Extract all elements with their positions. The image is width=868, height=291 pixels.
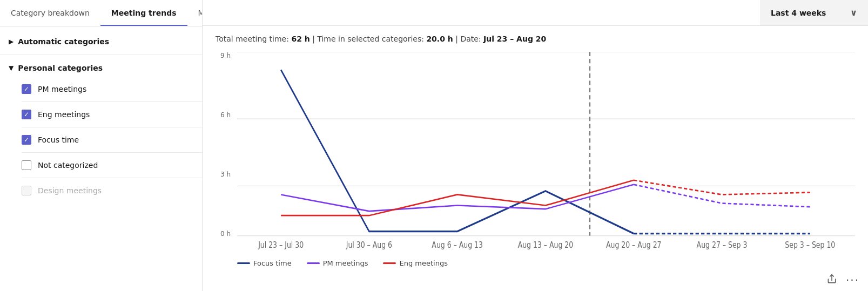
pm-meetings-label: PM meetings [38,85,86,93]
list-item[interactable]: Eng meetings [0,104,202,125]
top-bar: Last 4 weeks ∨ [203,0,868,26]
design-meetings-checkbox [22,186,31,195]
more-options-icon[interactable]: ··· [846,274,859,287]
legend-pm-meetings: PM meetings [307,259,368,267]
pm-meetings-checkbox[interactable] [22,84,31,94]
chart-summary: Total meeting time: 62 h | Time in selec… [216,35,855,43]
period-label: Last 4 weeks [771,9,826,17]
tab-category-breakdown[interactable]: Category breakdown [0,0,100,26]
personal-categories-header[interactable]: ▼ Personal categories [0,57,202,79]
chart-area: Total meeting time: 62 h | Time in selec… [203,26,868,272]
list-item[interactable]: Not categorized [0,155,202,175]
svg-text:Jul 23 – Jul 30: Jul 23 – Jul 30 [258,240,304,250]
chart-legend: Focus time PM meetings Eng meetings [216,254,855,272]
automatic-categories-header[interactable]: ▶ Automatic categories [0,31,202,52]
not-categorized-label: Not categorized [38,161,98,170]
pm-meetings-legend-line [307,262,320,264]
eng-meetings-checkbox[interactable] [22,110,31,119]
eng-meetings-legend-label: Eng meetings [399,259,447,267]
svg-text:Aug 27 – Sep 3: Aug 27 – Sep 3 [697,240,748,250]
y-label: 0 h [220,230,231,238]
chevron-down-icon: ∨ [850,8,857,18]
svg-text:Jul 30 – Aug 6: Jul 30 – Aug 6 [346,240,392,250]
y-axis: 9 h 6 h 3 h 0 h [216,52,237,254]
svg-text:Sep 3 – Sep 10: Sep 3 – Sep 10 [785,240,835,250]
bottom-icons-bar: ··· [203,272,868,291]
list-item[interactable]: Focus time [0,130,202,150]
focus-time-checkbox[interactable] [22,135,31,145]
list-item[interactable]: PM meetings [0,79,202,99]
period-selector[interactable]: Last 4 weeks ∨ [760,0,868,25]
legend-eng-meetings: Eng meetings [383,259,447,267]
focus-time-label: Focus time [38,136,79,144]
chart-wrapper: 9 h 6 h 3 h 0 h [216,52,855,254]
left-panel: Category breakdown Meeting trends Meetin… [0,0,203,291]
svg-text:Aug 20 – Aug 27: Aug 20 – Aug 27 [606,240,662,250]
automatic-categories-arrow: ▶ [9,38,14,45]
eng-meetings-label: Eng meetings [38,110,90,119]
eng-meetings-legend-line [383,262,396,264]
pm-meetings-legend-label: PM meetings [323,259,368,267]
right-panel: Last 4 weeks ∨ Total meeting time: 62 h … [203,0,868,291]
focus-time-legend-line [237,262,250,264]
list-item: Design meetings [0,180,202,201]
categories-panel: ▶ Automatic categories ▼ Personal catego… [0,26,202,291]
not-categorized-checkbox[interactable] [22,160,31,170]
y-label: 9 h [220,52,231,59]
share-icon[interactable] [826,274,837,287]
personal-categories-label: Personal categories [18,64,103,72]
tab-meeting-details[interactable]: Meeting details [187,0,203,26]
automatic-categories-label: Automatic categories [18,37,109,46]
y-label: 6 h [220,111,231,119]
tab-bar: Category breakdown Meeting trends Meetin… [0,0,202,26]
personal-categories-arrow: ▼ [9,64,14,72]
tab-meeting-trends[interactable]: Meeting trends [100,0,187,26]
chart-svg-container: Jul 23 – Jul 30 Jul 30 – Aug 6 Aug 6 – A… [237,52,855,254]
design-meetings-label: Design meetings [38,186,102,195]
focus-time-legend-label: Focus time [253,259,292,267]
legend-focus-time: Focus time [237,259,292,267]
svg-text:Aug 6 – Aug 13: Aug 6 – Aug 13 [432,240,483,250]
chart-svg: Jul 23 – Jul 30 Jul 30 – Aug 6 Aug 6 – A… [237,52,855,254]
svg-text:Aug 13 – Aug 20: Aug 13 – Aug 20 [518,240,574,250]
y-label: 3 h [220,171,231,178]
